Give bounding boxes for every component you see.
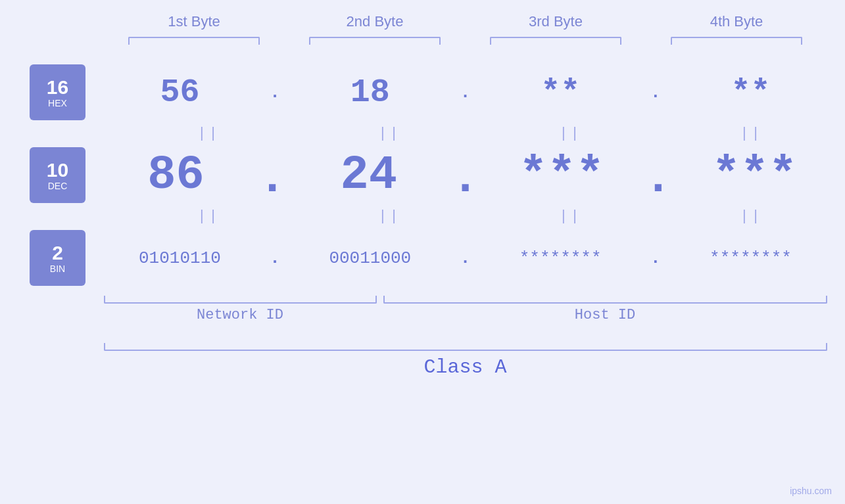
bracket-byte4 xyxy=(671,37,802,45)
class-bracket xyxy=(104,343,827,351)
network-bracket xyxy=(104,296,377,304)
host-id-label: Host ID xyxy=(383,307,827,323)
dec-badge-label: DEC xyxy=(48,181,68,191)
hex-values-row: 56 . 18 . ** . ** xyxy=(85,74,845,111)
dec-dot3: . xyxy=(644,152,672,206)
hex-byte4: ** xyxy=(679,74,823,111)
bin-values-row: 01010110 . 00011000 . ******** . *******… xyxy=(85,248,845,268)
id-labels-row: Network ID Host ID xyxy=(104,307,827,323)
main-container: 1st Byte 2nd Byte 3rd Byte 4th Byte 16 H… xyxy=(0,0,845,504)
byte2-header: 2nd Byte xyxy=(302,13,447,30)
dec-section: 10 DEC 86 . 24 . *** . *** xyxy=(0,147,845,203)
hex-byte1: 56 xyxy=(107,74,252,111)
dec-byte4: *** xyxy=(682,149,827,202)
top-bracket-row xyxy=(104,37,827,45)
bin-dot2: . xyxy=(460,248,471,268)
eq2-b1: || xyxy=(137,208,281,225)
dec-values-row: 86 . 24 . *** . *** xyxy=(85,149,845,202)
byte4-header: 4th Byte xyxy=(664,13,809,30)
bin-byte1: 01010110 xyxy=(107,248,252,268)
bracket-byte2 xyxy=(309,37,441,45)
bin-section: 2 BIN 01010110 . 00011000 . ******** . *… xyxy=(0,230,845,286)
hex-dot1: . xyxy=(270,83,280,103)
watermark: ipshu.com xyxy=(790,486,832,496)
dec-byte3: *** xyxy=(489,149,634,202)
hex-byte3: ** xyxy=(488,74,633,111)
bin-byte3: ******** xyxy=(488,248,633,268)
eq1-b3: || xyxy=(498,126,643,142)
bin-badge-label: BIN xyxy=(50,263,65,274)
bottom-bracket-section xyxy=(104,296,827,304)
hex-dot3: . xyxy=(650,83,661,103)
network-id-label: Network ID xyxy=(104,307,377,323)
hex-badge-label: HEX xyxy=(48,98,67,108)
bin-dot3: . xyxy=(650,248,661,268)
eq1-b4: || xyxy=(679,126,824,142)
byte1-header: 1st Byte xyxy=(122,13,266,30)
bin-badge: 2 BIN xyxy=(30,230,85,286)
byte-header-row: 1st Byte 2nd Byte 3rd Byte 4th Byte xyxy=(104,13,827,30)
eq2-b2: || xyxy=(318,208,462,225)
eq2-b3: || xyxy=(498,208,643,225)
byte3-header: 3rd Byte xyxy=(483,13,628,30)
dec-byte2: 24 xyxy=(297,149,441,202)
equals-row-2: || || || || xyxy=(118,203,842,230)
bin-byte4: ******** xyxy=(679,248,823,268)
bracket-byte1 xyxy=(128,37,260,45)
eq1-b1: || xyxy=(137,126,281,142)
hex-dot2: . xyxy=(460,83,471,103)
hex-byte2: 18 xyxy=(298,74,443,111)
dec-dot2: . xyxy=(451,152,479,206)
equals-row-1: || || || || xyxy=(118,120,842,147)
bin-byte2: 00011000 xyxy=(298,248,443,268)
eq1-b2: || xyxy=(318,126,462,142)
dec-badge: 10 DEC xyxy=(30,147,85,203)
bracket-byte3 xyxy=(490,37,621,45)
hex-section: 16 HEX 56 . 18 . ** . ** xyxy=(0,64,845,120)
eq2-b4: || xyxy=(679,208,824,225)
hex-badge: 16 HEX xyxy=(30,64,85,120)
dec-byte1: 86 xyxy=(104,149,249,202)
dec-badge-number: 10 xyxy=(47,159,68,181)
bin-dot1: . xyxy=(270,248,280,268)
class-label: Class A xyxy=(104,356,827,378)
hex-badge-number: 16 xyxy=(47,76,68,98)
dec-dot1: . xyxy=(258,152,287,206)
bin-badge-number: 2 xyxy=(52,242,63,263)
host-bracket xyxy=(383,296,827,304)
